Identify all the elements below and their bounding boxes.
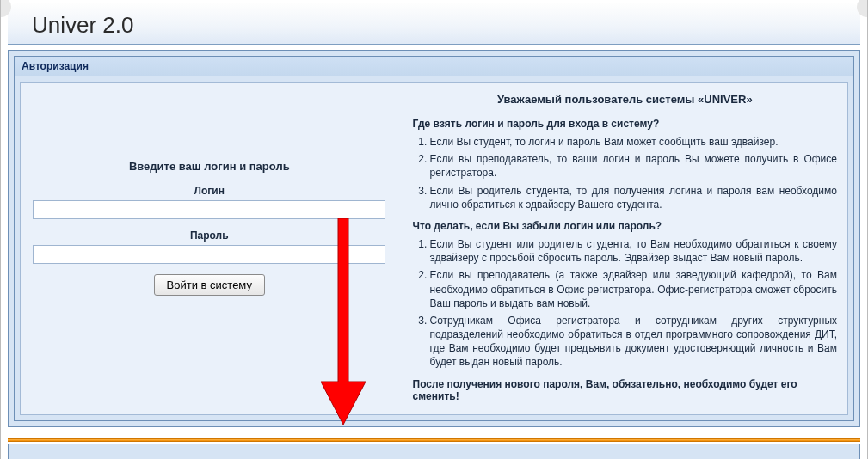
info-question-2: Что делать, если Вы забыли логин или пар… bbox=[413, 220, 837, 232]
info-footer: После получения нового пароля, Вам, обяз… bbox=[413, 378, 837, 402]
info-greeting: Уважаемый пользователь системы «UNIVER» bbox=[413, 93, 837, 106]
bottom-strip bbox=[8, 444, 860, 459]
list-item: Если Вы родитель студента, то для получе… bbox=[430, 184, 837, 211]
info-question-1: Где взять логин и пароль для входа в сис… bbox=[413, 118, 837, 130]
form-heading: Введите ваш логин и пароль bbox=[129, 160, 290, 173]
password-input[interactable] bbox=[33, 245, 385, 264]
list-item: Если вы преподаватель, то ваши логин и п… bbox=[430, 152, 837, 180]
panel-title: Авторизация bbox=[15, 57, 853, 76]
login-label: Логин bbox=[194, 185, 225, 197]
list-item: Сотрудникам Офиса регистратора и сотрудн… bbox=[430, 314, 837, 370]
login-button[interactable]: Войти в систему bbox=[154, 274, 265, 296]
app-header: Univer 2.0 bbox=[8, 3, 860, 45]
app-title: Univer 2.0 bbox=[32, 12, 836, 39]
list-item: Если Вы студент, то логин и пароль Вам м… bbox=[430, 135, 837, 149]
list-item: Если вы преподаватель (а также эдвайзер … bbox=[430, 268, 837, 310]
login-input[interactable] bbox=[33, 200, 385, 219]
info-list-2: Если Вы студент или родитель студента, т… bbox=[430, 237, 837, 370]
auth-panel: Авторизация Введите ваш логин и пароль Л… bbox=[14, 56, 854, 421]
password-label: Пароль bbox=[190, 230, 229, 242]
info-column: Уважаемый пользователь системы «UNIVER» … bbox=[408, 91, 837, 402]
info-list-1: Если Вы студент, то логин и пароль Вам м… bbox=[430, 135, 837, 211]
list-item: Если Вы студент или родитель студента, т… bbox=[430, 237, 837, 265]
outer-panel: Авторизация Введите ваш логин и пароль Л… bbox=[8, 50, 860, 427]
login-form: Введите ваш логин и пароль Логин Пароль … bbox=[31, 91, 397, 402]
divider-bar bbox=[8, 438, 860, 442]
